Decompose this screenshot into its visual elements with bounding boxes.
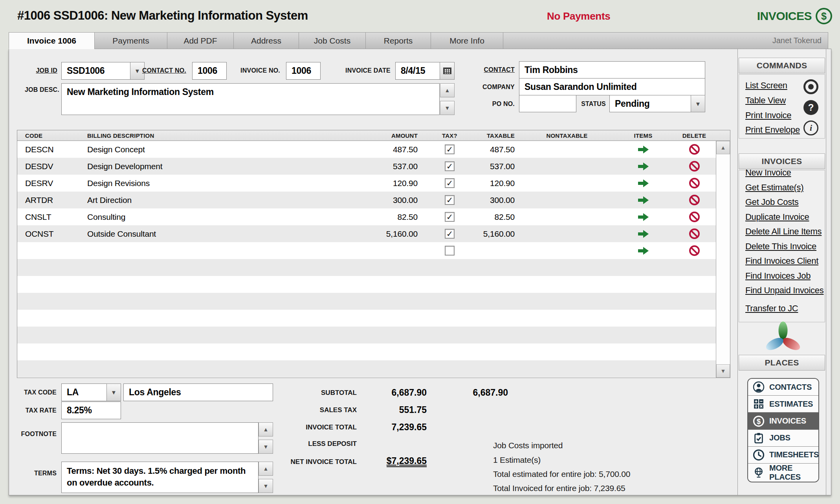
contact-no-field[interactable]: 1006 xyxy=(192,62,227,80)
job-id-field[interactable]: SSD1006 xyxy=(61,62,130,80)
items-arrow-icon[interactable] xyxy=(638,146,649,153)
cell-description[interactable]: Design Revisions xyxy=(79,179,345,188)
invoice-link-get-estimate(s)[interactable]: Get Estimate(s) xyxy=(745,183,803,193)
place-item-jobs[interactable]: JOBS xyxy=(748,430,818,447)
status-dropdown-button[interactable]: ▼ xyxy=(691,95,705,112)
company-field[interactable]: Susan Sarandon Unlimited xyxy=(519,78,705,95)
line-item-row[interactable]: DESCNDesign Concept487.50✓487.50 xyxy=(17,141,716,158)
help-icon[interactable]: ? xyxy=(803,100,818,115)
contact-field[interactable]: Tim Robbins xyxy=(519,61,705,79)
delete-icon[interactable] xyxy=(689,212,700,222)
tab-add-pdf[interactable]: Add PDF xyxy=(167,32,233,49)
line-item-row[interactable]: CNSLTConsulting82.50✓82.50 xyxy=(17,208,716,225)
cell-amount[interactable]: 120.90 xyxy=(345,179,423,188)
tax-checkbox[interactable]: ✓ xyxy=(445,212,455,222)
invoice-link-duplicate-invoice[interactable]: Duplicate Invoice xyxy=(745,212,809,222)
line-item-row[interactable] xyxy=(17,242,716,259)
tax-code-field[interactable]: LA xyxy=(61,383,107,401)
cell-description[interactable]: Art Direction xyxy=(79,195,345,205)
cell-amount[interactable]: 487.50 xyxy=(345,145,423,154)
cell-description[interactable]: Design Development xyxy=(79,162,345,171)
command-link-table-view[interactable]: Table View xyxy=(745,95,786,106)
command-link-list-screen[interactable]: List Screen xyxy=(745,80,787,91)
status-field[interactable]: Pending xyxy=(609,95,691,112)
tax-checkbox[interactable]: ✓ xyxy=(445,195,455,205)
terms-scroll-down[interactable]: ▼ xyxy=(259,479,273,493)
cell-amount[interactable]: 5,160.00 xyxy=(345,229,423,239)
invoice-date-field[interactable]: 8/4/15 xyxy=(395,62,440,80)
delete-icon[interactable] xyxy=(689,195,700,205)
cell-code[interactable]: DESDV xyxy=(17,162,79,171)
place-item-invoices[interactable]: $INVOICES xyxy=(748,413,818,429)
delete-icon[interactable] xyxy=(689,144,700,155)
place-item-contacts[interactable]: CONTACTS xyxy=(748,379,818,396)
invoice-link-find-unpaid-invoices[interactable]: Find Unpaid Invoices xyxy=(745,285,823,296)
place-item-timesheets[interactable]: TIMESHEETS xyxy=(748,447,818,464)
invoice-link-delete-this-invoice[interactable]: Delete This Invoice xyxy=(745,241,816,252)
tax-checkbox[interactable]: ✓ xyxy=(445,161,455,171)
cell-amount[interactable]: 537.00 xyxy=(345,162,423,171)
contact-no-label[interactable]: CONTACT NO. xyxy=(139,67,186,74)
items-arrow-icon[interactable] xyxy=(638,213,649,221)
tax-checkbox[interactable]: ✓ xyxy=(445,178,455,188)
contact-label[interactable]: CONTACT xyxy=(468,66,515,73)
items-arrow-icon[interactable] xyxy=(638,196,649,204)
tab-job-costs[interactable]: Job Costs xyxy=(299,32,365,49)
tax-code-dropdown-button[interactable]: ▼ xyxy=(106,383,121,401)
terms-field[interactable]: Terms: Net 30 days. 1.5% charged per mon… xyxy=(61,462,259,493)
cell-code[interactable]: OCNST xyxy=(17,229,79,239)
line-item-row[interactable]: ARTDRArt Direction300.00✓300.00 xyxy=(17,192,716,208)
scroll-up-button[interactable]: ▲ xyxy=(716,141,730,154)
delete-icon[interactable] xyxy=(689,245,700,256)
tab-reports[interactable]: Reports xyxy=(365,32,431,49)
command-link-print-invoice[interactable]: Print Invoice xyxy=(745,110,791,121)
cell-amount[interactable]: 82.50 xyxy=(345,212,423,222)
info-icon[interactable]: i xyxy=(803,121,818,135)
scroll-down-button[interactable]: ▼ xyxy=(716,364,730,378)
tab-invoice-1006[interactable]: Invoice 1006 xyxy=(9,32,94,49)
command-link-print-envelope[interactable]: Print Envelope xyxy=(745,125,800,135)
record-bullseye-icon[interactable] xyxy=(803,79,818,94)
cell-description[interactable]: Consulting xyxy=(79,212,345,222)
tab-more-info[interactable]: More Info xyxy=(431,32,503,49)
footnote-field[interactable] xyxy=(61,422,259,454)
job-desc-scroll-down[interactable]: ▼ xyxy=(440,101,455,115)
place-item-estimates[interactable]: ESTIMATES xyxy=(748,396,818,413)
tax-checkbox[interactable] xyxy=(445,246,455,256)
job-desc-field[interactable]: New Marketing Information System xyxy=(61,83,440,115)
cell-description[interactable]: Outside Consultant xyxy=(79,229,345,239)
invoice-link-new-invoice[interactable]: New Invoice xyxy=(745,168,791,178)
cell-code[interactable]: ARTDR xyxy=(17,195,79,205)
po-no-field[interactable] xyxy=(519,95,576,112)
cell-code[interactable]: DESRV xyxy=(17,179,79,188)
line-item-row[interactable]: DESRVDesign Revisions120.90✓120.90 xyxy=(17,175,716,192)
job-desc-scroll-up[interactable]: ▲ xyxy=(440,83,455,97)
tab-payments[interactable]: Payments xyxy=(94,32,167,49)
cell-amount[interactable]: 300.00 xyxy=(345,195,423,205)
invoice-link-transfer-to-jc[interactable]: Transfer to JC xyxy=(745,303,798,314)
delete-icon[interactable] xyxy=(689,161,700,172)
delete-icon[interactable] xyxy=(689,228,700,239)
cell-code[interactable]: DESCN xyxy=(17,145,79,154)
cell-code[interactable]: CNSLT xyxy=(17,212,79,222)
invoice-no-field[interactable]: 1006 xyxy=(286,62,321,80)
place-item-more-places[interactable]: MORE PLACES xyxy=(748,464,818,482)
invoice-link-find-invoices-client[interactable]: Find Invoices Client xyxy=(745,256,818,266)
items-arrow-icon[interactable] xyxy=(638,179,649,187)
delete-icon[interactable] xyxy=(689,178,700,188)
line-items-scrollbar[interactable]: ▲ ▼ xyxy=(716,141,730,378)
job-id-label[interactable]: JOB ID xyxy=(18,67,57,74)
tax-rate-field[interactable]: 8.25% xyxy=(61,402,121,419)
invoice-link-get-job-costs[interactable]: Get Job Costs xyxy=(745,197,799,207)
line-item-row[interactable]: OCNSTOutside Consultant5,160.00✓5,160.00 xyxy=(17,225,716,242)
invoice-link-find-invoices-job[interactable]: Find Invoices Job xyxy=(745,271,811,281)
tax-checkbox[interactable]: ✓ xyxy=(445,144,455,154)
items-arrow-icon[interactable] xyxy=(638,163,649,170)
tax-checkbox[interactable]: ✓ xyxy=(445,229,455,239)
cell-description[interactable]: Design Concept xyxy=(79,145,345,154)
tab-address[interactable]: Address xyxy=(233,32,299,49)
line-item-row[interactable]: DESDVDesign Development537.00✓537.00 xyxy=(17,158,716,175)
items-arrow-icon[interactable] xyxy=(638,230,649,238)
calendar-button[interactable] xyxy=(440,62,455,80)
invoice-link-delete-all-line-items[interactable]: Delete All Line Items xyxy=(745,226,822,237)
